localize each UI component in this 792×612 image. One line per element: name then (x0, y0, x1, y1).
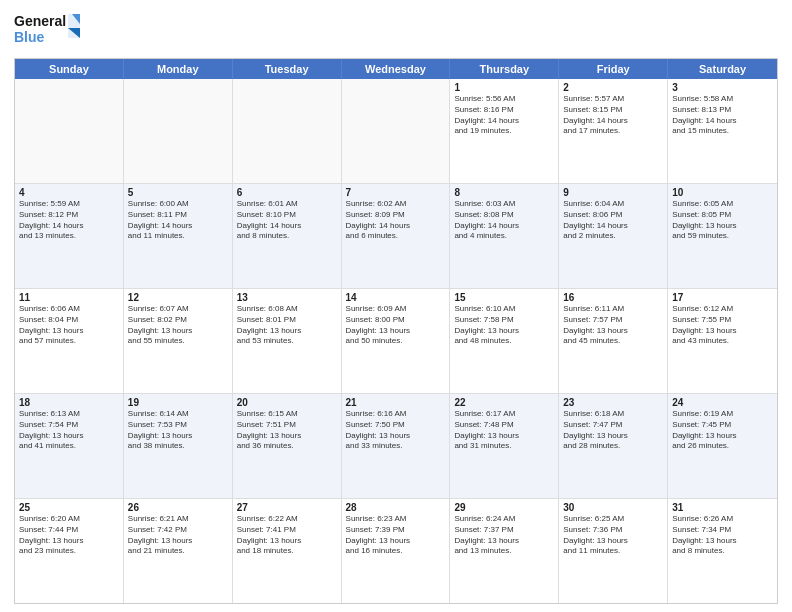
cell-info: Sunrise: 6:01 AM Sunset: 8:10 PM Dayligh… (237, 199, 337, 242)
day-number: 3 (672, 82, 773, 93)
calendar-cell (233, 79, 342, 183)
day-number: 7 (346, 187, 446, 198)
cell-info: Sunrise: 6:17 AM Sunset: 7:48 PM Dayligh… (454, 409, 554, 452)
cell-info: Sunrise: 6:15 AM Sunset: 7:51 PM Dayligh… (237, 409, 337, 452)
cell-info: Sunrise: 6:11 AM Sunset: 7:57 PM Dayligh… (563, 304, 663, 347)
calendar: SundayMondayTuesdayWednesdayThursdayFrid… (14, 58, 778, 604)
day-number: 10 (672, 187, 773, 198)
calendar-day-header: Thursday (450, 59, 559, 79)
calendar-cell: 5Sunrise: 6:00 AM Sunset: 8:11 PM Daylig… (124, 184, 233, 288)
calendar-cell: 31Sunrise: 6:26 AM Sunset: 7:34 PM Dayli… (668, 499, 777, 603)
logo-icon: General Blue (14, 10, 84, 52)
day-number: 29 (454, 502, 554, 513)
calendar-cell: 1Sunrise: 5:56 AM Sunset: 8:16 PM Daylig… (450, 79, 559, 183)
day-number: 20 (237, 397, 337, 408)
cell-info: Sunrise: 6:10 AM Sunset: 7:58 PM Dayligh… (454, 304, 554, 347)
calendar-cell: 26Sunrise: 6:21 AM Sunset: 7:42 PM Dayli… (124, 499, 233, 603)
cell-info: Sunrise: 6:16 AM Sunset: 7:50 PM Dayligh… (346, 409, 446, 452)
calendar-cell: 13Sunrise: 6:08 AM Sunset: 8:01 PM Dayli… (233, 289, 342, 393)
day-number: 1 (454, 82, 554, 93)
calendar-cell: 27Sunrise: 6:22 AM Sunset: 7:41 PM Dayli… (233, 499, 342, 603)
day-number: 6 (237, 187, 337, 198)
cell-info: Sunrise: 5:57 AM Sunset: 8:15 PM Dayligh… (563, 94, 663, 137)
cell-info: Sunrise: 6:18 AM Sunset: 7:47 PM Dayligh… (563, 409, 663, 452)
calendar-cell: 29Sunrise: 6:24 AM Sunset: 7:37 PM Dayli… (450, 499, 559, 603)
calendar-cell: 24Sunrise: 6:19 AM Sunset: 7:45 PM Dayli… (668, 394, 777, 498)
cell-info: Sunrise: 6:03 AM Sunset: 8:08 PM Dayligh… (454, 199, 554, 242)
calendar-cell: 8Sunrise: 6:03 AM Sunset: 8:08 PM Daylig… (450, 184, 559, 288)
calendar-cell: 4Sunrise: 5:59 AM Sunset: 8:12 PM Daylig… (15, 184, 124, 288)
day-number: 14 (346, 292, 446, 303)
calendar-row: 18Sunrise: 6:13 AM Sunset: 7:54 PM Dayli… (15, 393, 777, 498)
cell-info: Sunrise: 5:58 AM Sunset: 8:13 PM Dayligh… (672, 94, 773, 137)
cell-info: Sunrise: 6:24 AM Sunset: 7:37 PM Dayligh… (454, 514, 554, 557)
calendar-cell: 6Sunrise: 6:01 AM Sunset: 8:10 PM Daylig… (233, 184, 342, 288)
calendar-cell: 11Sunrise: 6:06 AM Sunset: 8:04 PM Dayli… (15, 289, 124, 393)
calendar-cell: 18Sunrise: 6:13 AM Sunset: 7:54 PM Dayli… (15, 394, 124, 498)
calendar-cell: 12Sunrise: 6:07 AM Sunset: 8:02 PM Dayli… (124, 289, 233, 393)
cell-info: Sunrise: 6:00 AM Sunset: 8:11 PM Dayligh… (128, 199, 228, 242)
calendar-cell (15, 79, 124, 183)
day-number: 23 (563, 397, 663, 408)
cell-info: Sunrise: 6:21 AM Sunset: 7:42 PM Dayligh… (128, 514, 228, 557)
cell-info: Sunrise: 6:05 AM Sunset: 8:05 PM Dayligh… (672, 199, 773, 242)
cell-info: Sunrise: 6:19 AM Sunset: 7:45 PM Dayligh… (672, 409, 773, 452)
calendar-cell: 22Sunrise: 6:17 AM Sunset: 7:48 PM Dayli… (450, 394, 559, 498)
cell-info: Sunrise: 5:56 AM Sunset: 8:16 PM Dayligh… (454, 94, 554, 137)
calendar-cell: 2Sunrise: 5:57 AM Sunset: 8:15 PM Daylig… (559, 79, 668, 183)
calendar-cell: 25Sunrise: 6:20 AM Sunset: 7:44 PM Dayli… (15, 499, 124, 603)
page: General Blue SundayMondayTuesdayWednesda… (0, 0, 792, 612)
day-number: 26 (128, 502, 228, 513)
day-number: 21 (346, 397, 446, 408)
day-number: 24 (672, 397, 773, 408)
calendar-cell (342, 79, 451, 183)
header: General Blue (14, 10, 778, 52)
calendar-day-header: Wednesday (342, 59, 451, 79)
svg-text:Blue: Blue (14, 29, 45, 45)
calendar-cell: 19Sunrise: 6:14 AM Sunset: 7:53 PM Dayli… (124, 394, 233, 498)
cell-info: Sunrise: 6:20 AM Sunset: 7:44 PM Dayligh… (19, 514, 119, 557)
calendar-header: SundayMondayTuesdayWednesdayThursdayFrid… (15, 59, 777, 79)
day-number: 11 (19, 292, 119, 303)
calendar-cell: 7Sunrise: 6:02 AM Sunset: 8:09 PM Daylig… (342, 184, 451, 288)
day-number: 25 (19, 502, 119, 513)
cell-info: Sunrise: 6:22 AM Sunset: 7:41 PM Dayligh… (237, 514, 337, 557)
day-number: 4 (19, 187, 119, 198)
day-number: 15 (454, 292, 554, 303)
cell-info: Sunrise: 5:59 AM Sunset: 8:12 PM Dayligh… (19, 199, 119, 242)
day-number: 22 (454, 397, 554, 408)
cell-info: Sunrise: 6:14 AM Sunset: 7:53 PM Dayligh… (128, 409, 228, 452)
day-number: 17 (672, 292, 773, 303)
calendar-day-header: Monday (124, 59, 233, 79)
day-number: 5 (128, 187, 228, 198)
logo: General Blue (14, 10, 84, 52)
calendar-cell: 20Sunrise: 6:15 AM Sunset: 7:51 PM Dayli… (233, 394, 342, 498)
calendar-day-header: Saturday (668, 59, 777, 79)
day-number: 8 (454, 187, 554, 198)
day-number: 31 (672, 502, 773, 513)
svg-text:General: General (14, 13, 66, 29)
calendar-cell: 16Sunrise: 6:11 AM Sunset: 7:57 PM Dayli… (559, 289, 668, 393)
calendar-cell: 15Sunrise: 6:10 AM Sunset: 7:58 PM Dayli… (450, 289, 559, 393)
day-number: 18 (19, 397, 119, 408)
day-number: 12 (128, 292, 228, 303)
calendar-cell: 21Sunrise: 6:16 AM Sunset: 7:50 PM Dayli… (342, 394, 451, 498)
calendar-day-header: Sunday (15, 59, 124, 79)
calendar-body: 1Sunrise: 5:56 AM Sunset: 8:16 PM Daylig… (15, 79, 777, 603)
calendar-cell: 3Sunrise: 5:58 AM Sunset: 8:13 PM Daylig… (668, 79, 777, 183)
calendar-cell (124, 79, 233, 183)
calendar-row: 4Sunrise: 5:59 AM Sunset: 8:12 PM Daylig… (15, 183, 777, 288)
cell-info: Sunrise: 6:26 AM Sunset: 7:34 PM Dayligh… (672, 514, 773, 557)
day-number: 2 (563, 82, 663, 93)
cell-info: Sunrise: 6:06 AM Sunset: 8:04 PM Dayligh… (19, 304, 119, 347)
cell-info: Sunrise: 6:09 AM Sunset: 8:00 PM Dayligh… (346, 304, 446, 347)
day-number: 28 (346, 502, 446, 513)
day-number: 9 (563, 187, 663, 198)
cell-info: Sunrise: 6:08 AM Sunset: 8:01 PM Dayligh… (237, 304, 337, 347)
day-number: 16 (563, 292, 663, 303)
calendar-day-header: Tuesday (233, 59, 342, 79)
calendar-cell: 28Sunrise: 6:23 AM Sunset: 7:39 PM Dayli… (342, 499, 451, 603)
cell-info: Sunrise: 6:12 AM Sunset: 7:55 PM Dayligh… (672, 304, 773, 347)
calendar-cell: 17Sunrise: 6:12 AM Sunset: 7:55 PM Dayli… (668, 289, 777, 393)
cell-info: Sunrise: 6:02 AM Sunset: 8:09 PM Dayligh… (346, 199, 446, 242)
